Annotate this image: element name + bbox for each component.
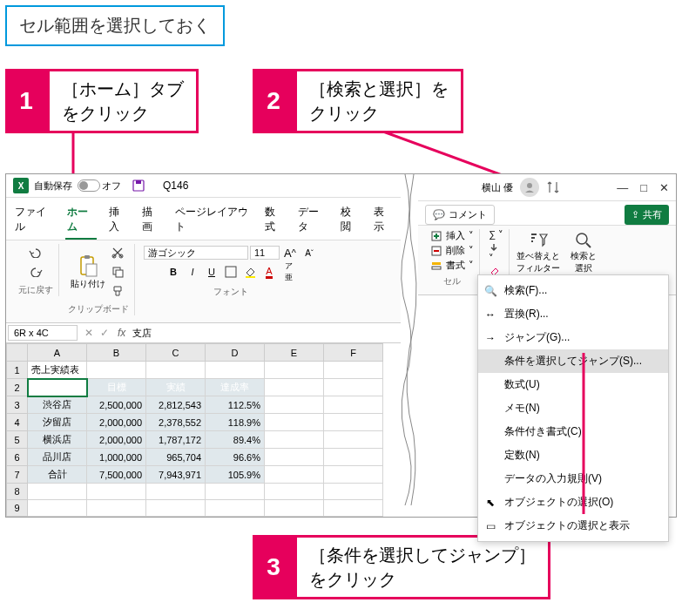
- format-cells-button[interactable]: 書式 ˅: [430, 259, 474, 272]
- cell-D7[interactable]: 105.9%: [206, 466, 265, 484]
- cell-D5[interactable]: 89.4%: [206, 431, 265, 449]
- cancel-icon[interactable]: ✕: [84, 327, 93, 339]
- font-color-button[interactable]: A: [260, 263, 278, 281]
- cell-D4[interactable]: 118.9%: [206, 414, 265, 431]
- autosave-toggle[interactable]: [78, 179, 100, 192]
- formula-input[interactable]: [131, 326, 399, 340]
- share-button[interactable]: ⇪共有: [625, 205, 669, 225]
- decrease-font-icon[interactable]: Aˇ: [300, 244, 318, 261]
- menu-goto[interactable]: →ジャンプ(G)...: [478, 326, 668, 349]
- fill-color-button[interactable]: [241, 263, 259, 281]
- svg-rect-19: [432, 262, 441, 265]
- font-group: A^ Aˇ B I U A ア亜 フォント: [138, 244, 323, 298]
- maximize-button[interactable]: □: [640, 181, 647, 194]
- autosum-button[interactable]: ∑ ˅: [489, 229, 503, 240]
- col-header-B[interactable]: B: [87, 344, 146, 362]
- paste-button[interactable]: 貼り付け: [71, 254, 105, 290]
- cell-D6[interactable]: 96.6%: [206, 449, 265, 466]
- find-select-button[interactable]: 検索と 選択: [567, 229, 600, 276]
- callout-2-text: ［検索と選択］をクリック: [294, 69, 463, 133]
- tab-view[interactable]: 表示: [372, 201, 395, 240]
- border-button[interactable]: [222, 263, 240, 281]
- cells-label: セル: [443, 275, 461, 288]
- phonetic-button[interactable]: ア亜: [280, 263, 297, 281]
- user-avatar-icon[interactable]: [520, 178, 539, 197]
- cell-B2[interactable]: 目標: [87, 379, 146, 396]
- col-header-A[interactable]: A: [28, 344, 87, 362]
- cell-C2[interactable]: 実績: [146, 379, 206, 396]
- delete-cells-button[interactable]: 削除 ˅: [430, 244, 474, 257]
- cell-B6[interactable]: 1,000,000: [87, 449, 146, 466]
- cell-A4[interactable]: 汐留店: [28, 414, 87, 431]
- cell-A6[interactable]: 品川店: [28, 449, 87, 466]
- tab-home[interactable]: ホーム: [65, 201, 98, 240]
- cell-C4[interactable]: 2,378,552: [146, 414, 206, 431]
- enter-icon[interactable]: ✓: [100, 327, 109, 339]
- col-header-F[interactable]: F: [324, 344, 383, 362]
- tab-insert[interactable]: 挿入: [107, 201, 130, 240]
- sort-filter-button[interactable]: 並べ替えと フィルター: [513, 229, 564, 276]
- close-button[interactable]: ✕: [659, 181, 669, 194]
- font-size-select[interactable]: [250, 246, 280, 260]
- bold-button[interactable]: B: [165, 263, 182, 281]
- minimize-button[interactable]: —: [617, 181, 628, 194]
- name-box[interactable]: [8, 325, 78, 341]
- insert-cells-button[interactable]: 挿入 ˅: [430, 229, 474, 242]
- spreadsheet-grid[interactable]: A B C D E F 1売上実績表 2 支店 目標 実績 達成率 3 渋谷店: [6, 343, 383, 517]
- row-header-1[interactable]: 1: [7, 362, 28, 379]
- cell-A2[interactable]: 支店: [28, 379, 87, 396]
- row-header-3[interactable]: 3: [7, 396, 28, 414]
- tab-layout[interactable]: ページレイアウト: [173, 201, 253, 240]
- tab-formulas[interactable]: 数式: [263, 201, 286, 240]
- row-header-5[interactable]: 5: [7, 431, 28, 449]
- redo-button[interactable]: [27, 263, 44, 281]
- row-header-2[interactable]: 2: [7, 379, 28, 396]
- col-header-D[interactable]: D: [206, 344, 265, 362]
- tab-review[interactable]: 校閲: [339, 201, 361, 240]
- cell-C3[interactable]: 2,812,543: [146, 396, 206, 414]
- row-header-7[interactable]: 7: [7, 466, 28, 484]
- underline-button[interactable]: U: [203, 263, 220, 281]
- fill-button[interactable]: ˅: [489, 242, 503, 264]
- cell-C7[interactable]: 7,943,971: [146, 466, 206, 484]
- col-header-C[interactable]: C: [146, 344, 206, 362]
- increase-font-icon[interactable]: A^: [281, 244, 299, 261]
- format-painter-button[interactable]: [109, 282, 126, 300]
- mode-switch-icon[interactable]: [546, 180, 560, 194]
- cell-A7[interactable]: 合計: [28, 466, 87, 484]
- menu-replace[interactable]: ↔置換(R)...: [478, 302, 668, 326]
- undo-button[interactable]: [27, 244, 44, 261]
- copy-button[interactable]: [109, 263, 126, 281]
- comments-button[interactable]: 💬コメント: [425, 205, 495, 225]
- row-header-9[interactable]: 9: [7, 500, 28, 517]
- tab-draw[interactable]: 描画: [140, 201, 163, 240]
- select-all-corner[interactable]: [7, 344, 28, 362]
- cell-A3[interactable]: 渋谷店: [28, 396, 87, 414]
- cell-B7[interactable]: 7,500,000: [87, 466, 146, 484]
- ribbon-left: 元に戻す 貼り付け クリップボード: [6, 240, 401, 323]
- cells-group: 挿入 ˅ 削除 ˅ 書式 ˅ セル: [425, 229, 480, 288]
- row-header-4[interactable]: 4: [7, 414, 28, 431]
- row-header-6[interactable]: 6: [7, 449, 28, 466]
- cell-D3[interactable]: 112.5%: [206, 396, 265, 414]
- fx-icon[interactable]: fx: [118, 327, 125, 339]
- cell-B3[interactable]: 2,500,000: [87, 396, 146, 414]
- cell-D2[interactable]: 達成率: [206, 379, 265, 396]
- tab-file[interactable]: ファイル: [13, 201, 55, 240]
- cell-A5[interactable]: 横浜店: [28, 431, 87, 449]
- col-header-E[interactable]: E: [265, 344, 324, 362]
- cut-button[interactable]: [109, 244, 126, 261]
- save-icon[interactable]: [132, 179, 145, 193]
- svg-point-21: [577, 234, 587, 244]
- callout-1: 1 ［ホーム］タブをクリック: [5, 69, 199, 133]
- cell-A1[interactable]: 売上実績表: [28, 362, 87, 379]
- font-name-select[interactable]: [144, 246, 248, 260]
- cell-C6[interactable]: 965,704: [146, 449, 206, 466]
- cell-B5[interactable]: 2,000,000: [87, 431, 146, 449]
- row-header-8[interactable]: 8: [7, 484, 28, 500]
- cell-B4[interactable]: 2,000,000: [87, 414, 146, 431]
- cell-C5[interactable]: 1,787,172: [146, 431, 206, 449]
- tab-data[interactable]: データ: [296, 201, 328, 240]
- menu-find[interactable]: 🔍検索(F)...: [478, 279, 668, 302]
- italic-button[interactable]: I: [184, 263, 201, 281]
